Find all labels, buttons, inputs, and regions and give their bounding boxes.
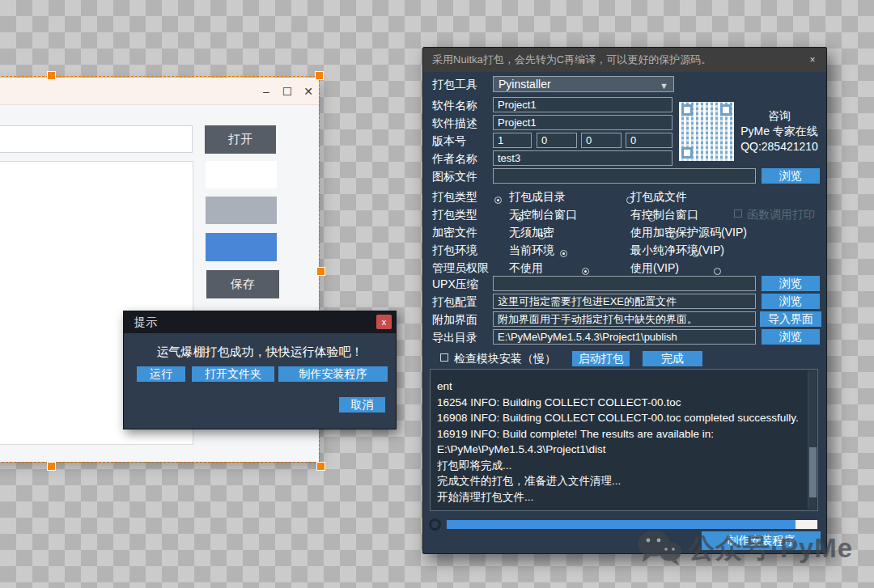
radio-no-encrypt-label[interactable]: 无须加密 xyxy=(509,224,554,240)
run-button[interactable]: 运行 xyxy=(137,366,185,382)
log-output[interactable]: - ent 16254 INFO: Building COLLECT COLLE… xyxy=(430,369,818,511)
consult-line1: 咨询 xyxy=(735,108,824,124)
label-admin: 管理员权限 xyxy=(432,260,489,276)
radio-no-console-label[interactable]: 无控制台窗口 xyxy=(509,206,577,222)
label-env: 打包环境 xyxy=(432,242,477,258)
pack-window: 采用Nuitka打包，会先转为C再编译，可以更好的保护源码。 × 打包工具 Py… xyxy=(422,47,827,554)
icon-browse-button[interactable]: 浏览 xyxy=(762,168,820,184)
label-icon-file: 图标文件 xyxy=(432,168,477,184)
close-button[interactable]: ✕ xyxy=(301,85,316,98)
app-desc-input[interactable]: Project1 xyxy=(493,115,672,130)
qr-code xyxy=(679,102,734,161)
save-button[interactable]: 保存 xyxy=(206,270,279,298)
log-scrollbar[interactable] xyxy=(808,370,817,510)
gray-box[interactable] xyxy=(206,197,277,224)
version-input-2[interactable]: 0 xyxy=(537,133,577,148)
selection-handle-bottom-mid[interactable] xyxy=(47,462,56,471)
cancel-button[interactable]: 取消 xyxy=(339,397,385,412)
pack-tool-value: Pyinstaller xyxy=(499,78,551,91)
blue-box[interactable] xyxy=(206,233,277,261)
label-encrypt: 加密文件 xyxy=(432,224,477,240)
hint-dialog: 提示 x 运气爆棚打包成功，快快运行体验吧！ 运行 打开文件夹 制作安装程序 取… xyxy=(123,311,397,429)
radio-admin-vip[interactable] xyxy=(714,268,721,275)
minimize-button[interactable]: – xyxy=(259,85,274,98)
log-line: 16919 INFO: Build complete! The results … xyxy=(437,426,803,458)
label-out-dir: 导出目录 xyxy=(432,329,477,345)
radio-encrypt-vip-label[interactable]: 使用加密保护源码(VIP) xyxy=(630,224,747,240)
log-scrollbar-thumb[interactable] xyxy=(809,447,817,497)
selection-handle-right-mid[interactable] xyxy=(316,267,325,276)
radio-current-env[interactable] xyxy=(560,250,567,257)
label-app-name: 软件名称 xyxy=(432,97,477,113)
selection-handle-top-right[interactable] xyxy=(315,71,324,80)
radio-clean-env-vip-label[interactable]: 最小纯净环境(VIP) xyxy=(630,242,724,258)
config-browse-button[interactable]: 浏览 xyxy=(762,294,820,309)
radio-current-env-label[interactable]: 当前环境 xyxy=(509,242,554,258)
label-app-desc: 软件描述 xyxy=(432,115,477,131)
checkbox-func-print[interactable] xyxy=(734,209,742,218)
upx-browse-button[interactable]: 浏览 xyxy=(762,276,820,291)
log-line: 开始清理打包文件... xyxy=(437,489,803,506)
label-pack-type-1: 打包类型 xyxy=(432,188,477,205)
radio-pack-file-label[interactable]: 打包成文件 xyxy=(630,188,687,205)
checkbox-func-print-label: 函数调用打印 xyxy=(747,206,815,222)
log-line: 完成文件的打包，准备进入文件清理... xyxy=(437,473,803,489)
author-input[interactable]: test3 xyxy=(493,150,672,166)
consult-line2: PyMe 专家在线 xyxy=(735,124,824,139)
app-name-input[interactable]: Project1 xyxy=(493,97,672,112)
chevron-down-icon: ▼ xyxy=(660,78,668,93)
selection-handle-top-mid[interactable] xyxy=(47,71,56,80)
label-version: 版本号 xyxy=(432,133,466,149)
maximize-button[interactable]: ☐ xyxy=(280,85,295,98)
pack-tool-combobox[interactable]: Pyinstaller ▼ xyxy=(493,76,674,92)
selection-handle-bottom-right[interactable] xyxy=(316,462,325,471)
radio-no-admin-label[interactable]: 不使用 xyxy=(509,260,543,276)
start-pack-button[interactable]: 启动打包 xyxy=(572,351,630,366)
radio-admin-vip-label[interactable]: 使用(VIP) xyxy=(630,260,679,276)
consult-info: 咨询 PyMe 专家在线 QQ:285421210 xyxy=(735,108,824,154)
make-installer-button-dialog[interactable]: 制作安装程序 xyxy=(278,366,388,382)
spinner-icon xyxy=(429,518,441,531)
checkbox-check-modules[interactable] xyxy=(440,353,448,362)
log-line: 16254 INFO: Building COLLECT COLLECT-00.… xyxy=(437,395,803,411)
qr-corner-tr xyxy=(720,104,732,116)
open-folder-button[interactable]: 打开文件夹 xyxy=(192,366,274,382)
version-input-1[interactable]: 1 xyxy=(493,133,532,148)
open-button[interactable]: 打开 xyxy=(205,125,276,154)
progress-bar-fill xyxy=(447,520,796,529)
hint-close-button[interactable]: x xyxy=(376,315,392,329)
label-extra-ui: 附加界面 xyxy=(432,311,477,328)
out-dir-input[interactable]: E:\PyMe\PyMe1.5.4.3\Project1\publish xyxy=(493,329,756,345)
consult-line3: QQ:285421210 xyxy=(735,139,824,154)
pack-close-button[interactable]: × xyxy=(806,53,819,66)
pack-title: 采用Nuitka打包，会先转为C再编译，可以更好的保护源码。 xyxy=(432,48,711,72)
form-text-input[interactable] xyxy=(0,125,193,153)
import-ui-button[interactable]: 导入界面 xyxy=(760,311,821,327)
make-installer-button[interactable]: 制作安装程序 xyxy=(702,531,821,550)
hint-dialog-titlebar[interactable] xyxy=(124,311,396,333)
qr-corner-tl xyxy=(681,104,693,116)
version-input-3[interactable]: 0 xyxy=(581,133,622,148)
hint-message: 运气爆棚打包成功，快快运行体验吧！ xyxy=(124,345,396,360)
log-line: 16908 INFO: Building COLLECT COLLECT-00.… xyxy=(437,410,803,426)
out-dir-browse-button[interactable]: 浏览 xyxy=(762,329,820,345)
checkbox-check-modules-label[interactable]: 检查模块安装（慢） xyxy=(454,350,556,366)
white-box[interactable] xyxy=(206,161,277,188)
progress-bar xyxy=(447,520,817,529)
label-pack-type-2: 打包类型 xyxy=(432,206,477,222)
finish-button[interactable]: 完成 xyxy=(643,351,702,366)
log-line: ent xyxy=(437,379,803,395)
log-line: 打包即将完成... xyxy=(437,458,803,474)
extra-ui-input[interactable]: 附加界面用于手动指定打包中缺失的界面。 xyxy=(493,311,756,327)
radio-no-admin[interactable] xyxy=(582,268,589,275)
qr-corner-bl xyxy=(681,147,693,159)
upx-input[interactable] xyxy=(493,276,756,291)
config-input[interactable]: 这里可指定需要打包进EXE的配置文件 xyxy=(493,294,756,309)
version-input-4[interactable]: 0 xyxy=(626,133,672,148)
radio-console-label[interactable]: 有控制台窗口 xyxy=(630,206,698,222)
icon-file-input[interactable] xyxy=(493,168,756,184)
radio-pack-dir-label[interactable]: 打包成目录 xyxy=(509,188,566,205)
label-upx: UPX压缩 xyxy=(432,276,478,292)
hint-dialog-title: 提示 xyxy=(134,311,157,333)
radio-pack-dir[interactable] xyxy=(494,197,502,204)
